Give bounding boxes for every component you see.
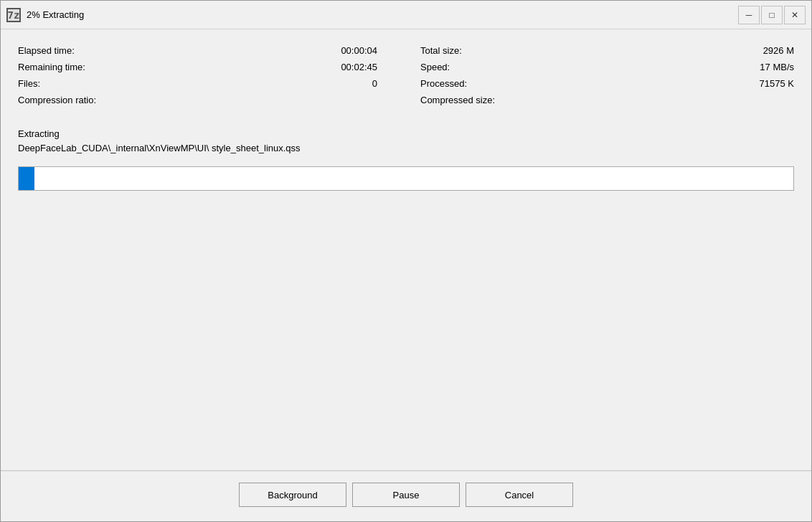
progress-bar-container — [18, 166, 794, 191]
total-size-label: Total size: — [406, 44, 495, 57]
title-bar: 7z 2% Extracting ─ □ ✕ — [1, 1, 811, 29]
speed-value: 17 MB/s — [495, 60, 794, 74]
stats-grid: Elapsed time: 00:00:04 Remaining time: 0… — [18, 44, 794, 107]
maximize-button[interactable]: □ — [761, 6, 783, 24]
compressed-size-value — [495, 93, 794, 107]
progress-bar-fill — [19, 167, 34, 190]
button-row: Background Pause Cancel — [1, 471, 811, 521]
processed-label: Processed: — [406, 77, 495, 90]
background-button[interactable]: Background — [239, 483, 346, 507]
elapsed-value: 00:00:04 — [96, 44, 406, 57]
files-label: Files: — [18, 77, 96, 90]
compressed-size-label: Compressed size: — [406, 93, 495, 107]
window-controls: ─ □ ✕ — [738, 6, 806, 24]
compression-ratio-label: Compression ratio: — [18, 93, 96, 107]
app-icon: 7z — [6, 8, 21, 22]
remaining-label: Remaining time: — [18, 60, 96, 74]
compression-ratio-value — [96, 93, 406, 107]
current-file-path: DeepFaceLab_CUDA\_internal\XnViewMP\UI\ … — [18, 142, 794, 155]
close-button[interactable]: ✕ — [784, 6, 806, 24]
files-value: 0 — [96, 77, 406, 90]
total-size-value: 2926 M — [495, 44, 794, 57]
extraction-window: 7z 2% Extracting ─ □ ✕ Elapsed time: 00:… — [0, 0, 812, 522]
remaining-value: 00:02:45 — [96, 60, 406, 74]
spacer — [18, 205, 794, 456]
cancel-button[interactable]: Cancel — [466, 483, 573, 507]
main-content: Elapsed time: 00:00:04 Remaining time: 0… — [1, 29, 811, 470]
speed-label: Speed: — [406, 60, 495, 74]
elapsed-label: Elapsed time: — [18, 44, 96, 57]
stats-right: Total size: 2926 M Speed: 17 MB/s Proces… — [406, 44, 794, 107]
pause-button[interactable]: Pause — [352, 483, 460, 507]
window-title: 2% Extracting — [27, 9, 738, 20]
minimize-button[interactable]: ─ — [738, 6, 760, 24]
stats-left: Elapsed time: 00:00:04 Remaining time: 0… — [18, 44, 406, 107]
action-label: Extracting — [18, 128, 794, 139]
processed-value: 71575 K — [495, 77, 794, 90]
